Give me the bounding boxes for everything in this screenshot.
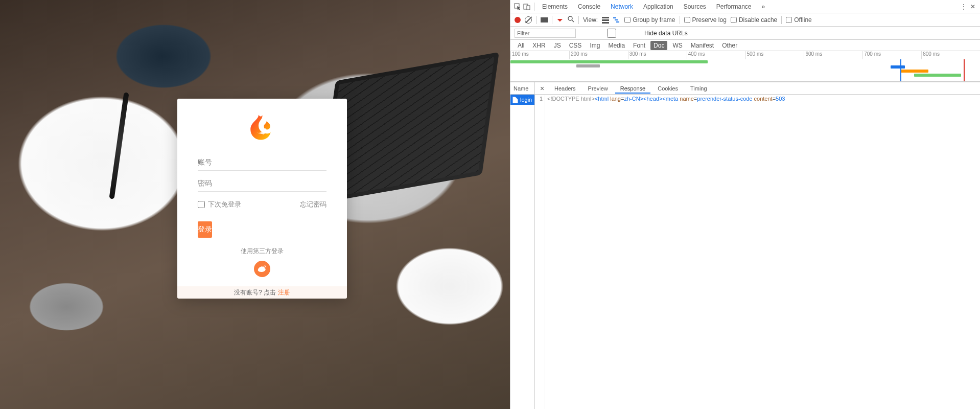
svg-point-3 (568, 16, 572, 20)
timeline-bar (900, 70, 928, 73)
remember-checkbox[interactable]: 下次免登录 (198, 200, 241, 209)
timeline-bar (510, 60, 708, 63)
login-footer: 没有账号? 点击 注册 (177, 286, 347, 299)
filter-type-font[interactable]: Font (630, 41, 648, 50)
detail-tab-headers[interactable]: Headers (549, 83, 581, 94)
weibo-login-button[interactable] (254, 261, 270, 277)
line-number: 1 (535, 95, 545, 409)
tab-more[interactable]: » (757, 1, 770, 13)
clear-button[interactable] (525, 16, 532, 24)
svg-rect-10 (616, 21, 619, 22)
no-account-text: 没有账号? 点击 (234, 288, 276, 297)
svg-rect-9 (615, 19, 618, 20)
tab-performance[interactable]: Performance (712, 1, 756, 13)
register-link[interactable]: 注册 (278, 288, 290, 297)
search-icon[interactable] (568, 16, 574, 24)
login-button[interactable]: 登录 (198, 221, 212, 238)
svg-rect-5 (602, 17, 609, 18)
devtools-tabbar: Elements Console Network Application Sou… (510, 0, 980, 13)
devtools-close-icon[interactable]: ✕ (969, 3, 977, 11)
response-body[interactable]: 1 <!DOCTYPE html><html lang=zh-CN><head>… (535, 95, 980, 409)
devtools-panel: Elements Console Network Application Sou… (510, 0, 980, 409)
filter-type-all[interactable]: All (515, 41, 527, 50)
request-row-login[interactable]: login (510, 95, 534, 105)
detail-tab-preview[interactable]: Preview (583, 83, 613, 94)
timeline-domcontent-marker (900, 59, 901, 81)
filter-input[interactable] (515, 29, 576, 38)
detail-tab-cookies[interactable]: Cookies (652, 83, 683, 94)
filter-type-other[interactable]: Other (719, 41, 740, 50)
detail-tabs: × Headers Preview Response Cookies Timin… (535, 82, 980, 95)
filter-type-bar: All XHR JS CSS Img Media Font Doc WS Man… (510, 40, 980, 51)
preserve-log-checkbox[interactable]: Preserve log (684, 16, 727, 24)
forgot-password-link[interactable]: 忘记密码 (300, 200, 326, 209)
screenshot-icon[interactable] (541, 17, 548, 22)
weibo-icon (258, 264, 267, 274)
timeline-load-marker (964, 59, 965, 81)
filter-type-ws[interactable]: WS (669, 41, 685, 50)
network-timeline[interactable]: 100 ms 200 ms 300 ms 400 ms 500 ms 600 m… (510, 51, 980, 82)
filter-type-media[interactable]: Media (605, 41, 628, 50)
network-toolbar: ⏷ View: Group by frame Preserve log Disa… (510, 13, 980, 27)
request-name: login (520, 97, 532, 103)
tab-application[interactable]: Application (639, 1, 678, 13)
offline-checkbox[interactable]: Offline (786, 16, 811, 24)
timeline-bar (576, 64, 600, 67)
inspect-icon[interactable] (514, 3, 522, 11)
filter-type-img[interactable]: Img (587, 41, 603, 50)
detail-tab-timing[interactable]: Timing (685, 83, 712, 94)
login-page: 下次免登录 忘记密码 登录 使用第三方登录 没有账号? 点击 注册 (0, 0, 510, 409)
tab-network[interactable]: Network (606, 1, 638, 13)
detail-close-icon[interactable]: × (537, 84, 547, 93)
filter-type-css[interactable]: CSS (566, 41, 585, 50)
network-split: Name login × Headers Preview Response Co… (510, 82, 980, 409)
filter-type-doc[interactable]: Doc (650, 41, 667, 50)
record-button[interactable] (515, 17, 521, 23)
view-label: View: (583, 16, 598, 24)
hide-data-urls-checkbox[interactable]: Hide data URLs (581, 29, 688, 38)
timeline-bar (891, 65, 905, 69)
svg-line-4 (572, 20, 574, 22)
third-party-label: 使用第三方登录 (177, 247, 347, 256)
response-code: <!DOCTYPE html><html lang=zh-CN><head><m… (545, 95, 980, 409)
tab-elements[interactable]: Elements (538, 1, 572, 13)
flame-icon (248, 113, 276, 142)
waterfall-icon[interactable] (613, 16, 620, 24)
filter-type-xhr[interactable]: XHR (529, 41, 548, 50)
request-list-header[interactable]: Name (510, 82, 534, 95)
svg-rect-7 (602, 22, 609, 24)
filter-type-js[interactable]: JS (551, 41, 564, 50)
remember-checkbox-input[interactable] (198, 201, 205, 208)
password-input[interactable] (198, 171, 326, 192)
group-by-frame-checkbox[interactable]: Group by frame (624, 16, 675, 24)
svg-rect-2 (527, 6, 530, 10)
pen-illustration (109, 92, 129, 199)
timeline-bar (914, 74, 961, 77)
devtools-menu-icon[interactable]: ⋮ (960, 3, 968, 11)
filter-type-manifest[interactable]: Manifest (688, 41, 717, 50)
device-mode-icon[interactable] (523, 3, 531, 11)
svg-rect-8 (613, 17, 616, 18)
tab-console[interactable]: Console (573, 1, 605, 13)
document-icon (512, 97, 518, 103)
remember-label: 下次免登录 (208, 200, 241, 209)
detail-tab-response[interactable]: Response (615, 83, 651, 94)
timeline-ticks: 100 ms 200 ms 300 ms 400 ms 500 ms 600 m… (510, 51, 980, 59)
disable-cache-checkbox[interactable]: Disable cache (731, 16, 777, 24)
username-input[interactable] (198, 150, 326, 171)
request-list: Name login (510, 82, 535, 409)
tab-sources[interactable]: Sources (679, 1, 711, 13)
network-filter-bar: Hide data URLs (510, 27, 980, 40)
request-detail: × Headers Preview Response Cookies Timin… (535, 82, 980, 409)
large-rows-icon[interactable] (602, 16, 609, 24)
app-logo (247, 113, 277, 144)
login-card: 下次免登录 忘记密码 登录 使用第三方登录 (177, 99, 347, 298)
svg-rect-6 (602, 19, 609, 21)
filter-icon[interactable]: ⏷ (556, 16, 564, 24)
